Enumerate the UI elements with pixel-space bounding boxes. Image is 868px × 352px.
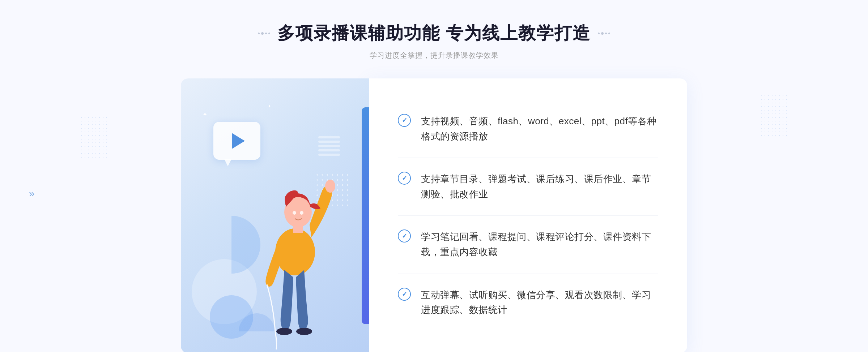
sparkle-1: ✦ <box>203 111 207 118</box>
speech-bubble <box>213 122 260 160</box>
dot-pattern-left <box>80 116 109 159</box>
check-icon-1: ✓ <box>398 114 411 127</box>
feature-item-4: ✓ 互动弹幕、试听购买、微信分享、观看次数限制、学习进度跟踪、数据统计 <box>398 274 658 331</box>
check-icon-4: ✓ <box>398 288 411 301</box>
dot <box>605 33 607 34</box>
header-dots-right <box>598 32 610 35</box>
blue-vertical-bar <box>362 107 369 324</box>
svg-point-5 <box>293 211 296 215</box>
check-icon-2: ✓ <box>398 172 411 185</box>
dot-pattern-right <box>760 94 788 137</box>
features-panel: ✓ 支持视频、音频、flash、word、excel、ppt、pdf等各种格式的… <box>369 78 687 352</box>
svg-point-1 <box>325 180 335 193</box>
dot <box>268 33 270 34</box>
svg-point-6 <box>300 211 303 215</box>
feature-item-2: ✓ 支持章节目录、弹题考试、课后练习、课后作业、章节测验、批改作业 <box>398 158 658 216</box>
dot <box>598 33 600 34</box>
svg-point-2 <box>276 328 292 335</box>
feature-text-1: 支持视频、音频、flash、word、excel、ppt、pdf等各种格式的资源… <box>421 114 658 144</box>
dot <box>265 33 267 34</box>
chevron-left-decoration: » <box>29 188 35 199</box>
dot <box>608 33 610 34</box>
sparkle-2: ✦ <box>268 104 271 109</box>
title-row: 多项录播课辅助功能 专为线上教学打造 <box>258 22 610 45</box>
dot <box>601 32 604 35</box>
svg-rect-7 <box>293 226 303 233</box>
header-section: 多项录播课辅助功能 专为线上教学打造 学习进度全掌握，提升录播课教学效果 <box>258 22 610 60</box>
check-icon-3: ✓ <box>398 229 411 242</box>
feature-text-3: 学习笔记回看、课程提问、课程评论打分、课件资料下载，重点内容收藏 <box>421 229 658 259</box>
play-icon <box>232 133 245 149</box>
header-dots-left <box>258 32 270 35</box>
content-area: ✦ ✦ <box>181 78 687 352</box>
feature-text-4: 互动弹幕、试听购买、微信分享、观看次数限制、学习进度跟踪、数据统计 <box>421 288 658 318</box>
feature-item-1: ✓ 支持视频、音频、flash、word、excel、ppt、pdf等各种格式的… <box>398 100 658 158</box>
feature-item-3: ✓ 学习笔记回看、课程提问、课程评论打分、课件资料下载，重点内容收藏 <box>398 216 658 274</box>
page-container: » 多项录播课辅助功能 专为线上教学打造 学习进度全掌握，提升录播课教学效果 <box>0 0 868 352</box>
main-title: 多项录播课辅助功能 专为线上教学打造 <box>277 22 590 45</box>
svg-point-3 <box>296 328 312 335</box>
human-figure <box>244 165 346 352</box>
dot <box>258 33 260 34</box>
subtitle: 学习进度全掌握，提升录播课教学效果 <box>258 51 610 60</box>
illustration-area: ✦ ✦ <box>181 78 369 352</box>
deco-lines <box>318 136 340 169</box>
feature-text-2: 支持章节目录、弹题考试、课后练习、课后作业、章节测验、批改作业 <box>421 172 658 202</box>
dot <box>261 32 264 35</box>
